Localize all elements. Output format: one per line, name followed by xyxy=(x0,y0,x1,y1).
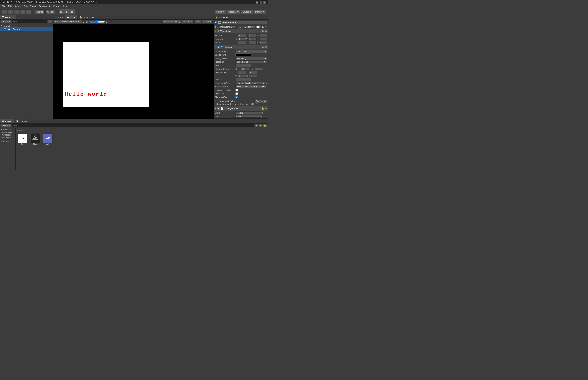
scale-slider[interactable] xyxy=(89,20,105,23)
scale-y-input[interactable] xyxy=(249,41,256,44)
console-tab[interactable]: 📋 Console xyxy=(14,119,29,123)
rendering-path-menu-icon[interactable]: ≡ xyxy=(266,82,267,84)
target-texture-dropdown[interactable]: None (Render Texture) xyxy=(235,85,265,88)
camera-lock-icon[interactable]: 🔒 xyxy=(261,46,264,48)
font-select-icon[interactable]: ⊙ xyxy=(261,115,263,118)
stats-button[interactable]: Stats xyxy=(194,20,201,23)
rot-z-input[interactable] xyxy=(259,38,267,40)
asset-font[interactable]: A font xyxy=(17,133,28,145)
menu-edit[interactable]: Edit xyxy=(7,5,13,8)
project-lock-button[interactable]: 🔒 xyxy=(263,124,267,127)
layers-dropdown[interactable]: Layers ▼ xyxy=(241,10,253,14)
hierarchy-all-button[interactable]: All xyxy=(48,20,52,23)
asset-store-tab[interactable]: 🏪 Asset Store xyxy=(78,15,96,19)
scale-x-input[interactable] xyxy=(238,41,246,44)
project-tab[interactable]: 📁 Project xyxy=(0,119,14,123)
fav-all-prefabs[interactable]: All Prefabs xyxy=(0,136,16,139)
main-script-header[interactable]: ▼ 📄 Main (Script) 🔒 ⚙ xyxy=(214,106,268,111)
project-filter-button[interactable]: ☰ xyxy=(258,124,262,127)
camera-menu-icon[interactable]: ⚙ xyxy=(265,46,267,48)
asset-search-input[interactable] xyxy=(12,124,254,127)
account-dropdown[interactable]: Account ▼ xyxy=(227,10,240,14)
transform-menu-icon[interactable]: ⚙ xyxy=(265,30,267,33)
mute-audio-button[interactable]: Mute Audio xyxy=(182,20,194,23)
asset-main-cs[interactable]: C# Main xyxy=(42,133,53,145)
allow-hdr-checkbox[interactable] xyxy=(235,92,238,95)
font-value-input[interactable] xyxy=(235,115,261,118)
asset-main-unity[interactable]: Main xyxy=(30,133,41,145)
object-active-checkbox[interactable] xyxy=(215,21,217,23)
script-lock-icon[interactable]: 🔒 xyxy=(261,107,264,110)
near-input[interactable] xyxy=(241,68,249,70)
menu-component[interactable]: Component xyxy=(38,5,51,8)
rotate-tool-button[interactable]: ↺ xyxy=(14,9,19,14)
gizmos-button[interactable]: Gizmos ▼ xyxy=(202,20,213,23)
fav-all-materials[interactable]: All Materials xyxy=(0,131,16,134)
pos-x-input[interactable] xyxy=(238,34,246,37)
background-color-swatch[interactable] xyxy=(235,54,251,56)
scene-item-main[interactable]: ▼ ⊞ Main* xyxy=(0,24,53,27)
camera-header[interactable]: ▼ 📷 Camera 🔒 ⚙ xyxy=(214,45,268,49)
vp-y-input[interactable] xyxy=(249,71,257,74)
hierarchy-search[interactable] xyxy=(12,20,47,23)
transform-header[interactable]: ▼ ⊞ Transform 🔒 ⚙ xyxy=(214,29,268,33)
menu-assets[interactable]: Assets xyxy=(14,5,22,8)
menu-window[interactable]: Window xyxy=(51,5,61,8)
remove-all-button[interactable]: Remove all xyxy=(254,100,267,103)
pos-y-input[interactable] xyxy=(249,34,256,37)
script-value-input[interactable] xyxy=(235,111,261,114)
hierarchy-item-maincamera[interactable]: 📷 Main Camera xyxy=(0,27,53,31)
pos-z-input[interactable] xyxy=(259,34,267,37)
scale-z-input[interactable] xyxy=(259,41,267,44)
culling-mask-dropdown[interactable]: Everything xyxy=(235,57,267,60)
layout-dropdown[interactable]: Default ▼ xyxy=(254,10,266,14)
move-tool-button[interactable]: ✛ xyxy=(8,9,13,14)
vp-x-input[interactable] xyxy=(238,71,246,74)
camera-active-checkbox[interactable] xyxy=(217,46,220,48)
layer-dropdown[interactable]: Default xyxy=(244,25,255,29)
center-toggle[interactable]: Center xyxy=(35,9,45,14)
script-select-icon[interactable]: ⊙ xyxy=(261,112,263,114)
close-button[interactable]: ✕ xyxy=(263,1,266,3)
rot-x-input[interactable] xyxy=(238,38,246,40)
far-input[interactable] xyxy=(255,68,263,70)
create-button[interactable]: Create ▼ xyxy=(1,20,11,23)
script-active-checkbox[interactable] xyxy=(217,107,220,110)
create-asset-button[interactable]: Create ▼ xyxy=(1,124,11,127)
rect-tool-button[interactable]: ⊡ xyxy=(26,9,31,14)
resolution-dropdown[interactable]: HVGA Landscape (480x32C ÷ xyxy=(54,20,82,23)
pause-button[interactable]: ⏸ xyxy=(64,9,70,14)
vp-h-input[interactable] xyxy=(249,75,257,77)
allow-msaa-checkbox[interactable] xyxy=(235,96,238,98)
background-color-edit-icon[interactable]: ✎ xyxy=(252,54,254,56)
target-texture-icon[interactable]: ⊙ xyxy=(265,85,267,88)
collab-dropdown[interactable]: Collab ▼ xyxy=(215,10,226,14)
depth-input[interactable] xyxy=(235,78,251,81)
tag-dropdown[interactable]: MainCamera xyxy=(219,25,236,29)
scale-tool-button[interactable]: ⊞ xyxy=(20,9,25,14)
scene-tab[interactable]: ⊞ Scene xyxy=(53,15,65,19)
size-input[interactable] xyxy=(235,64,251,67)
object-name-input[interactable] xyxy=(222,20,267,24)
menu-help[interactable]: Help xyxy=(62,5,69,8)
script-menu-icon[interactable]: ⚙ xyxy=(265,107,267,110)
fav-all-models[interactable]: All Models xyxy=(0,134,16,136)
maximize-on-play-button[interactable]: Maximize On Play xyxy=(163,20,181,23)
hierarchy-tab[interactable]: ☰ Hierarchy xyxy=(0,15,16,19)
global-toggle[interactable]: Global xyxy=(45,9,55,14)
game-tab[interactable]: ▶ Game xyxy=(65,15,78,19)
step-button[interactable]: ⏭ xyxy=(70,9,75,14)
vp-w-input[interactable] xyxy=(238,75,246,77)
occlusion-culling-checkbox[interactable] xyxy=(235,89,238,91)
play-button[interactable]: ▶ xyxy=(59,9,64,14)
menu-file[interactable]: File xyxy=(1,5,7,8)
clear-flags-dropdown[interactable]: Solid Color xyxy=(235,50,267,53)
menu-gameobject[interactable]: GameObject xyxy=(23,5,37,8)
projection-dropdown[interactable]: Orthographic xyxy=(235,60,267,63)
rot-y-input[interactable] xyxy=(249,38,256,40)
rendering-path-dropdown[interactable]: Use Graphics Settings xyxy=(235,82,265,85)
transform-lock-icon[interactable]: 🔒 xyxy=(261,30,264,33)
project-view-options[interactable]: ⊞ xyxy=(255,124,258,127)
minimize-button[interactable]: – xyxy=(256,1,258,3)
maximize-button[interactable]: □ xyxy=(259,1,262,3)
